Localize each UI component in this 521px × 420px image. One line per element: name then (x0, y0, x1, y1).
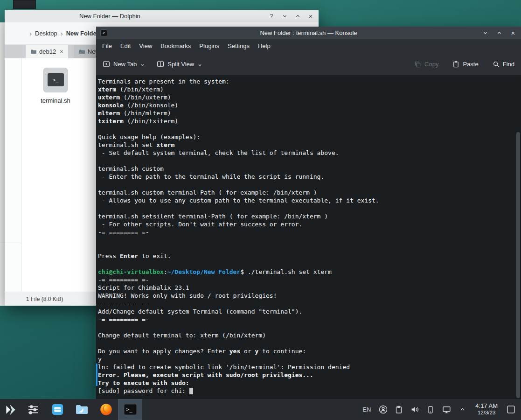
background-window-fragment (13, 0, 36, 9)
menu-bookmarks[interactable]: Bookmarks (156, 39, 195, 53)
maximize-button[interactable] (293, 12, 302, 21)
find-button[interactable]: Find (493, 61, 514, 68)
split-view-icon (157, 60, 164, 68)
volume-button[interactable] (410, 405, 419, 414)
app-launcher-button[interactable] (0, 399, 21, 420)
pinned-app-blue-button[interactable] (45, 399, 69, 420)
terminal-line (98, 339, 514, 347)
terminal-line: Press Enter to exit. (98, 252, 514, 260)
clipboard-icon (395, 406, 403, 414)
terminal-line: terminal.sh custom terminal-Path ( for e… (98, 189, 514, 196)
tab-label: deb12 (39, 48, 56, 55)
maximize-button[interactable] (495, 29, 503, 37)
tray-expander-button[interactable] (458, 405, 467, 414)
terminal-line: Quick usage help (examples): (98, 133, 514, 141)
terminal-glyph-icon: >_ (48, 73, 64, 86)
display-settings-button[interactable] (442, 405, 451, 414)
konsole-icon: >_ (124, 404, 137, 415)
keyboard-layout-indicator[interactable]: EN (362, 406, 371, 413)
terminal-line: Terminals are present in the system: (98, 77, 514, 85)
konsole-titlebar[interactable]: > New Folder : terminal.sh — Konsole × (96, 27, 521, 39)
show-desktop-button[interactable] (506, 405, 515, 414)
clipboard-button[interactable] (394, 405, 403, 414)
firefox-task-button[interactable] (94, 399, 118, 420)
breadcrumb-chevron-icon: › (61, 29, 63, 37)
breadcrumb-item-current-folder[interactable]: New Folder (66, 30, 99, 37)
terminal-line: terminal.sh custom (98, 165, 514, 173)
new-tab-label: New Tab (113, 61, 137, 68)
dolphin-task-button[interactable] (69, 399, 94, 420)
menu-file[interactable]: File (98, 39, 116, 53)
terminal-line: Script for Chimbalix 23.1 (98, 284, 514, 292)
sliders-icon (27, 405, 39, 415)
file-name-label: terminal.sh (28, 97, 83, 104)
terminal-line: chi@chi-virtualbox:~/Desktop/New Folder$… (98, 268, 514, 276)
tab-deb12[interactable]: deb12 × (26, 45, 68, 58)
terminal-line: xterm (/bin/xterm) (98, 85, 514, 93)
terminal-line: -= ======== =- (98, 228, 514, 236)
copy-button[interactable]: Copy (414, 61, 438, 68)
terminal-line: - Enter the path to the terminal while t… (98, 173, 514, 181)
terminal-line (98, 260, 514, 268)
split-view-button[interactable]: Split View (157, 60, 202, 68)
konsole-task-button[interactable]: >_ (118, 399, 142, 420)
menu-view[interactable]: View (135, 39, 156, 53)
terminal-line: terminal.sh setsilent terminal-Path ( fo… (98, 212, 514, 220)
terminal-scrollbar[interactable] (516, 75, 520, 398)
folder-icon (79, 49, 85, 54)
menu-plugins[interactable]: Plugins (195, 39, 223, 53)
minimize-button[interactable] (481, 29, 489, 37)
clock-widget[interactable]: 4:17 AM 12/3/23 (475, 403, 498, 416)
terminal-line: -= ======== =- (98, 315, 514, 323)
paste-button[interactable]: Paste (452, 61, 478, 68)
terminal-line (98, 323, 514, 331)
menu-edit[interactable]: Edit (116, 39, 135, 53)
terminal-line (98, 181, 514, 189)
file-item-terminal-sh[interactable]: >_ terminal.sh (28, 68, 83, 104)
help-button[interactable]: ? (267, 12, 276, 21)
close-button[interactable]: × (509, 29, 517, 37)
volume-icon (410, 405, 419, 414)
terminal-line (98, 204, 514, 212)
toolbar-right-group: Copy Paste Find (414, 61, 514, 68)
konsole-window-title: New Folder : terminal.sh — Konsole (96, 27, 521, 39)
script-file-icon: >_ (43, 68, 68, 92)
new-tab-button[interactable]: New Tab (103, 60, 145, 68)
dolphin-icon (75, 404, 89, 415)
minimize-button[interactable] (280, 12, 289, 21)
konsole-window-controls: × (481, 27, 517, 39)
menu-settings[interactable]: Settings (223, 39, 254, 53)
terminal-line: Do you want to apply changes? Enter yes … (98, 347, 514, 355)
find-icon (493, 61, 500, 68)
terminal-line: WARNING! Works only with sudo / root pri… (98, 292, 514, 300)
menu-help[interactable]: Help (254, 39, 275, 53)
dolphin-titlebar[interactable]: New Folder — Dolphin ? × (5, 10, 319, 22)
terminal-line: Change default terminal to: xterm (/bin/… (98, 331, 514, 339)
konsole-toolbar: New Tab Split View Copy Paste Find (96, 53, 521, 75)
chevron-up-icon (497, 30, 502, 35)
user-switcher-button[interactable] (378, 405, 388, 414)
tab-close-icon[interactable]: × (60, 48, 63, 55)
desktop-peek-icon (507, 405, 515, 414)
panel-settings-button[interactable] (21, 399, 45, 420)
device-connect-button[interactable] (426, 405, 435, 414)
scrollbar-thumb[interactable] (516, 132, 520, 398)
close-button[interactable]: × (306, 12, 315, 21)
konsole-menubar: File Edit View Bookmarks Plugins Setting… (96, 39, 521, 53)
split-view-label: Split View (167, 61, 194, 68)
breadcrumb-item-desktop[interactable]: Desktop (35, 30, 57, 37)
breadcrumb-chevron-icon: › (29, 29, 32, 37)
terminal-line: mlterm (/bin/mlterm) (98, 109, 514, 117)
terminal-line (98, 236, 514, 244)
dolphin-window-title: New Folder — Dolphin (79, 10, 140, 22)
paste-label: Paste (463, 61, 478, 68)
terminal-line: Try to execute with sudo: (98, 379, 514, 387)
folder-icon (30, 49, 36, 54)
terminal-line: konsole (/bin/konsole) (98, 101, 514, 109)
smartphone-icon (426, 406, 435, 414)
terminal-output[interactable]: Terminals are present in the system:xter… (96, 75, 521, 399)
terminal-line: Error. Please, execute script with sudo/… (98, 371, 514, 379)
konsole-window: > New Folder : terminal.sh — Konsole × F… (96, 27, 521, 399)
dolphin-window-controls: ? × (267, 10, 315, 22)
app-launcher-icon (4, 403, 17, 416)
